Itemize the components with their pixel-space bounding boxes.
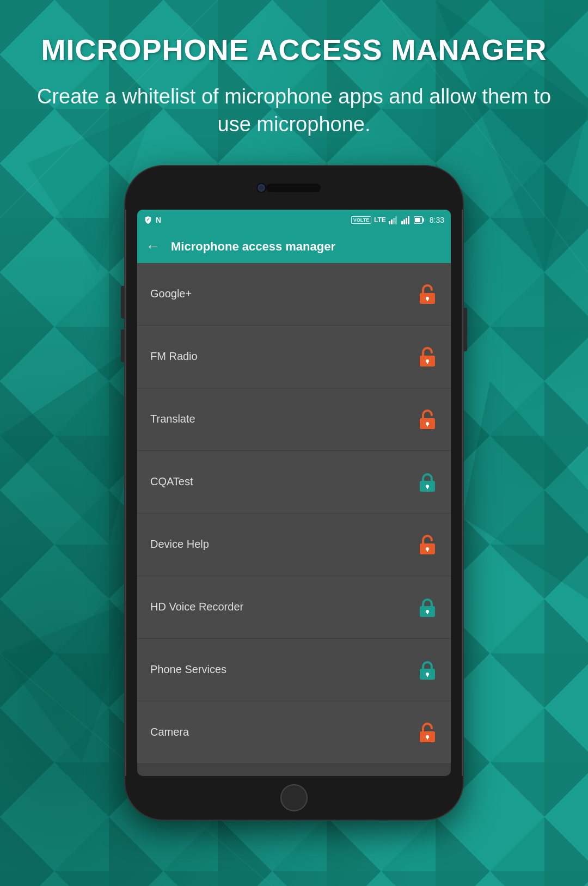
svg-rect-10 [393, 218, 395, 224]
volte-badge: VOLTE [351, 216, 371, 224]
svg-rect-18 [415, 218, 420, 222]
svg-rect-42 [427, 737, 428, 740]
lock-unlocked-icon[interactable] [417, 409, 438, 430]
front-camera [256, 183, 266, 193]
phone-bottom-bar [125, 776, 463, 820]
lock-unlocked-icon[interactable] [417, 722, 438, 743]
app-name-cqatest: CQATest [150, 475, 193, 488]
list-item[interactable]: Device Help [137, 514, 451, 576]
svg-rect-14 [406, 218, 407, 224]
app-name-fm-radio: FM Radio [150, 350, 198, 363]
page-title: MICROPHONE ACCESS MANAGER [19, 33, 568, 66]
app-name-phone-services: Phone Services [150, 663, 226, 676]
app-bar-title: Microphone access manager [171, 240, 335, 254]
svg-rect-27 [427, 424, 428, 426]
battery-icon [414, 216, 425, 224]
app-name-translate: Translate [150, 413, 195, 425]
lock-locked-icon[interactable] [417, 597, 438, 618]
svg-rect-24 [427, 361, 428, 364]
svg-rect-30 [427, 486, 428, 489]
app-name-google-plus: Google+ [150, 288, 192, 300]
list-item[interactable]: FM Radio [137, 326, 451, 388]
lte-label: LTE [374, 216, 386, 224]
signal-icon [389, 216, 399, 224]
svg-rect-8 [389, 221, 390, 224]
back-button[interactable]: ← [146, 238, 160, 255]
svg-rect-36 [427, 612, 428, 614]
lock-unlocked-icon[interactable] [417, 284, 438, 304]
list-item[interactable]: HD Voice Recorder [137, 576, 451, 639]
app-name-device-help: Device Help [150, 538, 209, 551]
list-item[interactable]: Camera [137, 701, 451, 764]
volume-down-button [121, 329, 124, 362]
svg-rect-39 [427, 674, 428, 677]
svg-rect-9 [391, 219, 393, 224]
svg-rect-21 [427, 298, 428, 301]
svg-rect-33 [427, 549, 428, 552]
status-bar-right: VOLTE LTE [351, 216, 444, 224]
lock-unlocked-icon[interactable] [417, 346, 438, 367]
app-name-camera: Camera [150, 726, 189, 738]
svg-rect-15 [408, 216, 409, 224]
app-name-hd-voice-recorder: HD Voice Recorder [150, 601, 243, 613]
list-item[interactable]: CQATest [137, 451, 451, 514]
status-bar: N VOLTE LTE [137, 210, 451, 230]
phone-mockup: N VOLTE LTE [125, 166, 463, 820]
time-display: 8:33 [430, 216, 444, 224]
svg-rect-12 [401, 221, 403, 224]
phone-top-bar [125, 166, 463, 210]
list-item[interactable]: Google+ [137, 263, 451, 326]
app-list: Google+ FM Radio [137, 263, 451, 776]
lock-locked-icon[interactable] [417, 472, 438, 492]
home-button[interactable] [280, 784, 308, 811]
svg-rect-17 [422, 218, 424, 222]
signal2-icon [401, 216, 411, 224]
earpiece-speaker [266, 184, 321, 192]
notification-icon: N [156, 216, 161, 224]
phone-screen: N VOLTE LTE [137, 210, 451, 776]
list-item[interactable]: Phone Services [137, 639, 451, 701]
svg-rect-11 [395, 216, 397, 224]
svg-rect-13 [403, 219, 405, 224]
page-subtitle: Create a whitelist of microphone apps an… [0, 83, 588, 139]
volume-up-button [121, 286, 124, 319]
shield-icon [144, 216, 152, 224]
app-bar: ← Microphone access manager [137, 230, 451, 263]
power-button [464, 308, 467, 351]
lock-locked-icon[interactable] [417, 659, 438, 680]
status-bar-left: N [144, 216, 161, 224]
lock-unlocked-icon[interactable] [417, 534, 438, 555]
list-item[interactable]: Translate [137, 388, 451, 451]
